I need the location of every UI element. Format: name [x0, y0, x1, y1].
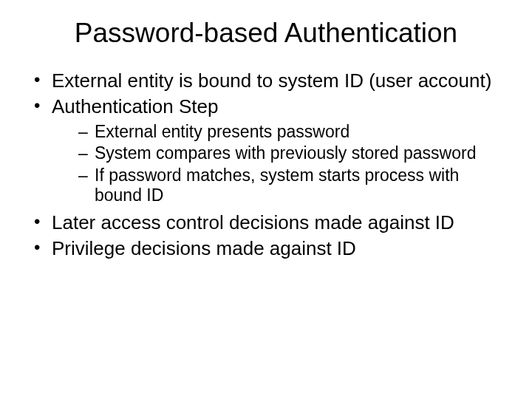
bullet-text: Authentication Step — [52, 95, 219, 117]
slide-title: Password-based Authentication — [30, 18, 502, 49]
sub-bullet-item: If password matches, system starts proce… — [52, 166, 502, 205]
bullet-item: Authentication Step External entity pres… — [30, 95, 502, 205]
bullet-item: Privilege decisions made against ID — [30, 237, 502, 260]
bullet-item: Later access control decisions made agai… — [30, 211, 502, 234]
bullet-list: External entity is bound to system ID (u… — [30, 69, 502, 259]
sub-bullet-item: System compares with previously stored p… — [52, 143, 502, 163]
slide: Password-based Authentication External e… — [0, 0, 532, 399]
bullet-item: External entity is bound to system ID (u… — [30, 69, 502, 92]
sub-bullet-list: External entity presents password System… — [52, 122, 502, 205]
sub-bullet-item: External entity presents password — [52, 122, 502, 142]
